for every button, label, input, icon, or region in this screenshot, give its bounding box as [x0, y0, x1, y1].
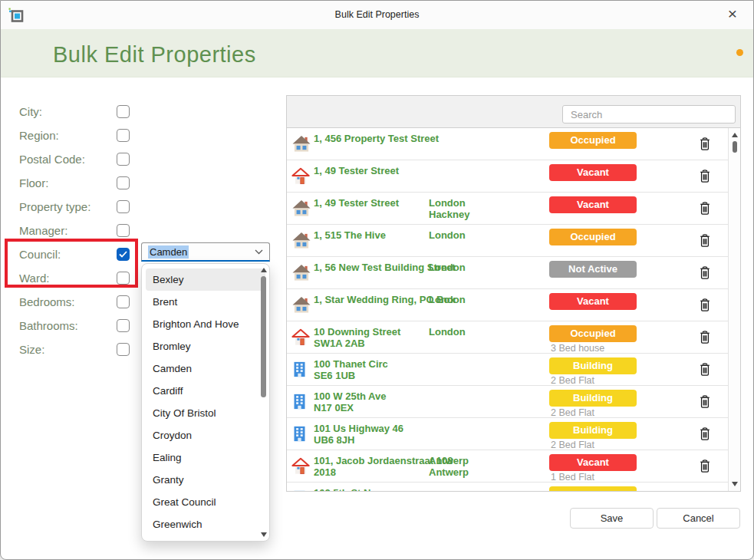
delete-button[interactable]	[688, 289, 722, 321]
address-cell: 101 Us Highway 46UB6 8JH	[314, 418, 429, 450]
delete-button[interactable]	[688, 225, 722, 256]
field-checkbox[interactable]	[117, 200, 130, 213]
status-cell: Not Active	[549, 257, 664, 288]
status-cell: Occupied	[549, 225, 664, 256]
field-row: Floor:	[19, 171, 130, 195]
dropdown-option[interactable]: Bexley	[146, 268, 265, 291]
search-input[interactable]	[562, 105, 736, 124]
status-badge: Not Active	[549, 261, 637, 278]
trash-icon	[699, 265, 711, 280]
table-row[interactable]: 1, Star Wedding Ring, PO BoxLondonVacant	[287, 289, 728, 321]
status-cell: Vacant1 Bed Flat	[549, 450, 664, 482]
dropdown-option[interactable]: Cardiff	[142, 380, 269, 402]
close-button[interactable]: ×	[721, 1, 744, 29]
delete-button[interactable]	[688, 483, 722, 491]
status-cell: Occupied3 Bed house	[549, 321, 664, 353]
table-row[interactable]: 1, 515 The HiveLondonOccupied	[287, 225, 728, 257]
delete-button[interactable]	[688, 257, 722, 288]
property-address: 10 Downing Street	[314, 326, 429, 338]
property-address: 100 Thanet Circ	[314, 358, 429, 370]
dropdown-option[interactable]: Croydon	[142, 424, 269, 446]
address-cell: 1, 456 Property Test Street	[314, 128, 429, 160]
dropdown-option[interactable]: Brent	[142, 291, 269, 313]
field-checkbox[interactable]	[117, 319, 130, 332]
table-row[interactable]: 100 Thanet CircSE6 1UBBuilding2 Bed Flat	[287, 354, 728, 386]
dropdown-option[interactable]: Ealing	[142, 446, 269, 469]
delete-button[interactable]	[688, 160, 722, 192]
dropdown-option[interactable]: Camden	[142, 357, 269, 380]
field-checkbox[interactable]	[117, 224, 130, 237]
council-dropdown-popup: BexleyBrentBrighton And HoveBromleyCamde…	[141, 263, 270, 542]
field-checkbox[interactable]	[117, 176, 130, 189]
scroll-down-icon[interactable]	[261, 532, 267, 537]
property-address: 1, 49 Tester Street	[314, 165, 429, 176]
delete-button[interactable]	[688, 450, 722, 482]
field-checkbox[interactable]	[117, 248, 130, 261]
status-cell: Vacant	[549, 289, 664, 321]
list-scrollbar	[728, 128, 740, 491]
field-checkbox[interactable]	[117, 295, 130, 308]
dropdown-option[interactable]: Granty	[142, 469, 269, 491]
field-checkbox[interactable]	[117, 343, 130, 356]
city-cell	[429, 354, 549, 385]
scroll-up-icon[interactable]	[732, 133, 738, 137]
status-badge: Vacant	[549, 293, 637, 310]
city-cell: London	[429, 321, 549, 353]
property-address: 100 W 25th Ave	[314, 390, 429, 402]
dropdown-option[interactable]: Great Council	[142, 491, 269, 513]
city-cell: London	[429, 225, 549, 256]
table-row[interactable]: 1, 49 Tester StreetVacant	[287, 160, 728, 193]
dialog-header: Bulk Edit Properties	[1, 29, 753, 77]
delete-button[interactable]	[688, 321, 722, 353]
field-label: City:	[19, 105, 42, 118]
table-row[interactable]: 1, 56 New Test Building StreetLondonNot …	[287, 257, 728, 289]
house-red-icon	[291, 160, 314, 192]
council-combobox[interactable]: Camden	[141, 242, 270, 262]
delete-button[interactable]	[688, 354, 722, 385]
field-row: Property type:	[19, 195, 130, 219]
dropdown-option[interactable]: City Of Bristol	[142, 402, 269, 424]
status-badge: Vacant	[549, 196, 637, 213]
field-label: Manager:	[19, 224, 67, 237]
property-type-label: 2 Bed Flat	[549, 407, 664, 418]
field-label: Region:	[19, 129, 59, 142]
field-row: Manager:	[19, 219, 130, 242]
save-button[interactable]: Save	[570, 508, 654, 529]
cancel-button[interactable]: Cancel	[657, 508, 740, 529]
dropdown-scrollbar-thumb[interactable]	[261, 276, 266, 397]
delete-button[interactable]	[688, 193, 722, 224]
property-address: 1, 49 Tester Street	[314, 197, 429, 209]
table-row[interactable]: 1, 456 Property Test StreetOccupied	[287, 128, 728, 160]
dropdown-option[interactable]: Brighton And Hove	[142, 313, 269, 335]
trash-icon	[699, 394, 711, 409]
scroll-up-icon[interactable]	[261, 268, 267, 272]
delete-button[interactable]	[688, 386, 722, 417]
table-row[interactable]: 101, Jacob Jordaenstraat 1082018AntwerpA…	[287, 450, 728, 483]
dropdown-option[interactable]: Greenwich	[142, 513, 269, 535]
field-label: Property type:	[19, 200, 91, 213]
table-row[interactable]: 100 W 25th AveN17 0EXBuilding2 Bed Flat	[287, 386, 728, 418]
property-city: London	[429, 294, 549, 305]
address-cell: 100 W 25th AveN17 0EX	[314, 386, 429, 417]
field-checkbox[interactable]	[117, 153, 130, 166]
table-row[interactable]: 102 5th St NBuilding	[287, 483, 728, 491]
table-row[interactable]: 1, 49 Tester StreetLondonHackneyVacant	[287, 193, 728, 225]
delete-button[interactable]	[688, 128, 722, 160]
scroll-down-icon[interactable]	[732, 482, 738, 486]
field-label: Floor:	[19, 176, 48, 189]
field-row: City:	[19, 100, 130, 124]
field-checkbox[interactable]	[117, 272, 130, 285]
list-scrollbar-thumb[interactable]	[733, 141, 737, 153]
field-checkbox[interactable]	[117, 129, 130, 142]
status-badge: Vacant	[549, 454, 637, 471]
property-city: Antwerp	[429, 455, 549, 466]
dropdown-option[interactable]: Bromley	[142, 335, 269, 357]
field-label: Ward:	[19, 272, 49, 285]
city-cell	[429, 418, 549, 450]
address-cell: 1, 49 Tester Street	[314, 160, 429, 192]
delete-button[interactable]	[688, 418, 722, 450]
field-checkbox[interactable]	[117, 105, 130, 118]
table-row[interactable]: 10 Downing StreetSW1A 2ABLondonOccupied3…	[287, 321, 728, 354]
table-row[interactable]: 101 Us Highway 46UB6 8JHBuilding2 Bed Fl…	[287, 418, 728, 450]
trash-icon	[699, 427, 711, 441]
